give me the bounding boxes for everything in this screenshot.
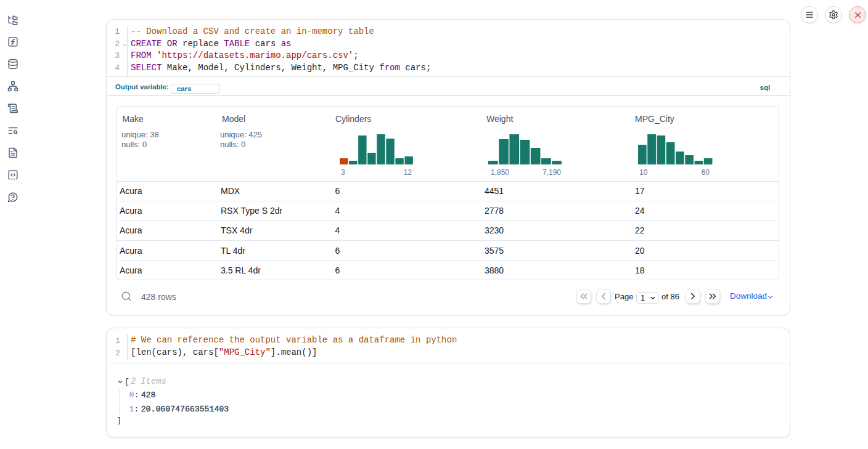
svg-text:7,190: 7,190 (542, 168, 561, 177)
svg-text:60: 60 (702, 168, 710, 177)
svg-text:10: 10 (639, 168, 648, 177)
svg-text:12: 12 (404, 168, 412, 177)
svg-text:3: 3 (341, 168, 345, 177)
svg-text:1,850: 1,850 (491, 168, 509, 177)
